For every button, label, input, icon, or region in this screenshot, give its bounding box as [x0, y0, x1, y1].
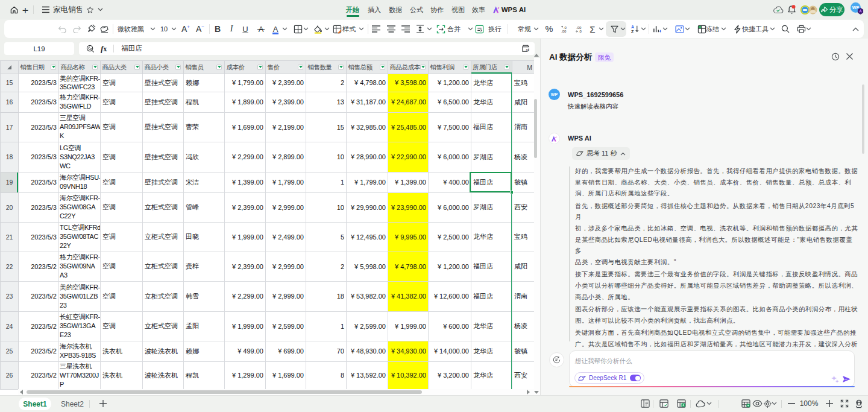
- svg-text:A: A: [631, 25, 634, 29]
- svg-text:.00: .00: [576, 25, 582, 29]
- svg-text:.0: .0: [578, 30, 582, 33]
- svg-text:.0: .0: [563, 25, 567, 29]
- svg-text:Z: Z: [631, 30, 634, 33]
- svg-text:.00: .00: [561, 30, 567, 33]
